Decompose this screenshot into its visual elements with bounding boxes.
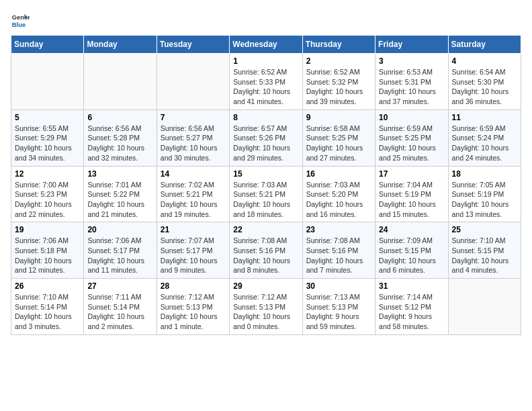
day-number: 11 xyxy=(452,113,517,122)
day-info: Sunrise: 7:10 AM Sunset: 5:14 PM Dayligh… xyxy=(15,292,80,332)
week-row-2: 5Sunrise: 6:55 AM Sunset: 5:29 PM Daylig… xyxy=(11,109,521,166)
calendar-cell xyxy=(448,279,521,335)
day-info: Sunrise: 7:01 AM Sunset: 5:22 PM Dayligh… xyxy=(87,180,152,220)
calendar-cell xyxy=(157,54,229,110)
day-info: Sunrise: 7:05 AM Sunset: 5:19 PM Dayligh… xyxy=(452,180,517,220)
day-info: Sunrise: 6:59 AM Sunset: 5:25 PM Dayligh… xyxy=(379,124,444,163)
weekday-header-thursday: Thursday xyxy=(302,36,375,54)
calendar-cell: 10Sunrise: 6:59 AM Sunset: 5:25 PM Dayli… xyxy=(375,109,448,166)
day-number: 29 xyxy=(233,281,298,291)
weekday-header-row: SundayMondayTuesdayWednesdayThursdayFrid… xyxy=(11,36,521,54)
calendar-cell: 24Sunrise: 7:09 AM Sunset: 5:15 PM Dayli… xyxy=(375,222,448,279)
day-number: 4 xyxy=(452,56,517,66)
day-info: Sunrise: 7:06 AM Sunset: 5:18 PM Dayligh… xyxy=(15,236,80,275)
day-info: Sunrise: 6:55 AM Sunset: 5:29 PM Dayligh… xyxy=(15,124,80,163)
day-info: Sunrise: 7:10 AM Sunset: 5:15 PM Dayligh… xyxy=(452,236,517,275)
week-row-4: 19Sunrise: 7:06 AM Sunset: 5:18 PM Dayli… xyxy=(11,222,521,279)
day-number: 24 xyxy=(379,225,444,234)
calendar-table: SundayMondayTuesdayWednesdayThursdayFrid… xyxy=(11,35,521,335)
logo: General Blue xyxy=(11,11,32,30)
calendar-cell: 16Sunrise: 7:03 AM Sunset: 5:20 PM Dayli… xyxy=(302,166,375,222)
day-number: 13 xyxy=(87,169,152,179)
day-number: 6 xyxy=(87,113,152,122)
day-info: Sunrise: 6:52 AM Sunset: 5:32 PM Dayligh… xyxy=(306,67,371,107)
day-info: Sunrise: 7:03 AM Sunset: 5:20 PM Dayligh… xyxy=(306,180,371,220)
day-info: Sunrise: 7:12 AM Sunset: 5:13 PM Dayligh… xyxy=(161,292,226,332)
day-info: Sunrise: 6:57 AM Sunset: 5:26 PM Dayligh… xyxy=(233,124,298,163)
calendar-cell: 2Sunrise: 6:52 AM Sunset: 5:32 PM Daylig… xyxy=(302,54,375,110)
day-number: 10 xyxy=(379,113,444,122)
day-number: 30 xyxy=(306,281,371,291)
calendar-cell: 23Sunrise: 7:08 AM Sunset: 5:16 PM Dayli… xyxy=(302,222,375,279)
calendar-cell: 29Sunrise: 7:12 AM Sunset: 5:13 PM Dayli… xyxy=(230,279,302,335)
day-info: Sunrise: 6:58 AM Sunset: 5:25 PM Dayligh… xyxy=(306,124,371,163)
calendar-cell: 17Sunrise: 7:04 AM Sunset: 5:19 PM Dayli… xyxy=(375,166,448,222)
day-number: 19 xyxy=(15,225,80,234)
day-info: Sunrise: 7:14 AM Sunset: 5:12 PM Dayligh… xyxy=(379,292,444,332)
day-info: Sunrise: 7:08 AM Sunset: 5:16 PM Dayligh… xyxy=(306,236,371,275)
day-number: 28 xyxy=(161,281,226,291)
day-number: 2 xyxy=(306,56,371,66)
weekday-header-tuesday: Tuesday xyxy=(157,36,229,54)
week-row-1: 1Sunrise: 6:52 AM Sunset: 5:33 PM Daylig… xyxy=(11,54,521,110)
weekday-header-wednesday: Wednesday xyxy=(230,36,302,54)
day-info: Sunrise: 7:00 AM Sunset: 5:23 PM Dayligh… xyxy=(15,180,80,220)
day-info: Sunrise: 7:08 AM Sunset: 5:16 PM Dayligh… xyxy=(233,236,298,275)
day-info: Sunrise: 7:12 AM Sunset: 5:13 PM Dayligh… xyxy=(233,292,298,332)
calendar-cell: 14Sunrise: 7:02 AM Sunset: 5:21 PM Dayli… xyxy=(157,166,229,222)
day-number: 22 xyxy=(233,225,298,234)
day-info: Sunrise: 6:53 AM Sunset: 5:31 PM Dayligh… xyxy=(379,67,444,107)
svg-text:Blue: Blue xyxy=(12,21,26,28)
day-number: 16 xyxy=(306,169,371,179)
day-number: 1 xyxy=(233,56,298,66)
day-info: Sunrise: 7:06 AM Sunset: 5:17 PM Dayligh… xyxy=(87,236,152,275)
calendar-cell: 25Sunrise: 7:10 AM Sunset: 5:15 PM Dayli… xyxy=(448,222,521,279)
day-info: Sunrise: 7:02 AM Sunset: 5:21 PM Dayligh… xyxy=(161,180,226,220)
day-number: 25 xyxy=(452,225,517,234)
weekday-header-saturday: Saturday xyxy=(448,36,521,54)
day-number: 20 xyxy=(87,225,152,234)
day-number: 14 xyxy=(161,169,226,179)
calendar-cell: 21Sunrise: 7:07 AM Sunset: 5:17 PM Dayli… xyxy=(157,222,229,279)
calendar-cell: 4Sunrise: 6:54 AM Sunset: 5:30 PM Daylig… xyxy=(448,54,521,110)
calendar-cell: 13Sunrise: 7:01 AM Sunset: 5:22 PM Dayli… xyxy=(84,166,157,222)
calendar-cell: 26Sunrise: 7:10 AM Sunset: 5:14 PM Dayli… xyxy=(11,279,84,335)
day-number: 31 xyxy=(379,281,444,291)
day-number: 18 xyxy=(452,169,517,179)
day-number: 23 xyxy=(306,225,371,234)
day-number: 17 xyxy=(379,169,444,179)
page-header: General Blue xyxy=(11,11,521,30)
day-info: Sunrise: 6:52 AM Sunset: 5:33 PM Dayligh… xyxy=(233,67,298,107)
day-number: 7 xyxy=(161,113,226,122)
day-info: Sunrise: 7:03 AM Sunset: 5:21 PM Dayligh… xyxy=(233,180,298,220)
week-row-5: 26Sunrise: 7:10 AM Sunset: 5:14 PM Dayli… xyxy=(11,279,521,335)
day-number: 27 xyxy=(87,281,152,291)
calendar-cell: 15Sunrise: 7:03 AM Sunset: 5:21 PM Dayli… xyxy=(230,166,302,222)
calendar-cell: 6Sunrise: 6:56 AM Sunset: 5:28 PM Daylig… xyxy=(84,109,157,166)
day-info: Sunrise: 7:13 AM Sunset: 5:13 PM Dayligh… xyxy=(306,292,371,332)
day-info: Sunrise: 7:04 AM Sunset: 5:19 PM Dayligh… xyxy=(379,180,444,220)
calendar-cell: 22Sunrise: 7:08 AM Sunset: 5:16 PM Dayli… xyxy=(230,222,302,279)
week-row-3: 12Sunrise: 7:00 AM Sunset: 5:23 PM Dayli… xyxy=(11,166,521,222)
calendar-cell: 3Sunrise: 6:53 AM Sunset: 5:31 PM Daylig… xyxy=(375,54,448,110)
logo-icon: General Blue xyxy=(11,11,30,30)
day-number: 5 xyxy=(15,113,80,122)
day-info: Sunrise: 6:56 AM Sunset: 5:28 PM Dayligh… xyxy=(87,124,152,163)
calendar-cell xyxy=(84,54,157,110)
day-number: 9 xyxy=(306,113,371,122)
calendar-cell: 7Sunrise: 6:56 AM Sunset: 5:27 PM Daylig… xyxy=(157,109,229,166)
calendar-cell: 19Sunrise: 7:06 AM Sunset: 5:18 PM Dayli… xyxy=(11,222,84,279)
calendar-cell: 27Sunrise: 7:11 AM Sunset: 5:14 PM Dayli… xyxy=(84,279,157,335)
day-info: Sunrise: 7:07 AM Sunset: 5:17 PM Dayligh… xyxy=(161,236,226,275)
day-number: 26 xyxy=(15,281,80,291)
calendar-cell: 1Sunrise: 6:52 AM Sunset: 5:33 PM Daylig… xyxy=(230,54,302,110)
day-info: Sunrise: 6:54 AM Sunset: 5:30 PM Dayligh… xyxy=(452,67,517,107)
calendar-cell xyxy=(11,54,84,110)
day-info: Sunrise: 7:11 AM Sunset: 5:14 PM Dayligh… xyxy=(87,292,152,332)
weekday-header-sunday: Sunday xyxy=(11,36,84,54)
calendar-cell: 20Sunrise: 7:06 AM Sunset: 5:17 PM Dayli… xyxy=(84,222,157,279)
calendar-cell: 5Sunrise: 6:55 AM Sunset: 5:29 PM Daylig… xyxy=(11,109,84,166)
calendar-cell: 9Sunrise: 6:58 AM Sunset: 5:25 PM Daylig… xyxy=(302,109,375,166)
day-info: Sunrise: 7:09 AM Sunset: 5:15 PM Dayligh… xyxy=(379,236,444,275)
day-info: Sunrise: 6:56 AM Sunset: 5:27 PM Dayligh… xyxy=(161,124,226,163)
